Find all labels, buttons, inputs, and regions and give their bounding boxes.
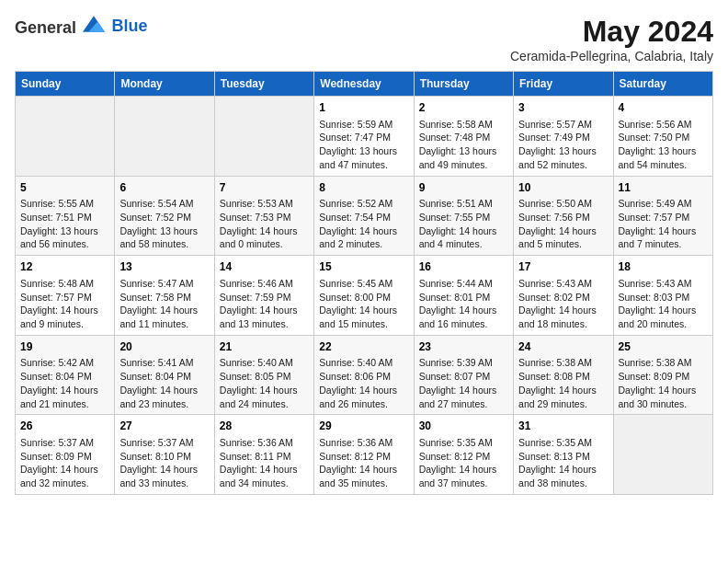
title-area: May 2024 Ceramida-Pellegrina, Calabria, …	[510, 15, 713, 63]
week-row-5: 26Sunrise: 5:37 AM Sunset: 8:09 PM Dayli…	[16, 415, 713, 495]
day-number: 31	[518, 419, 608, 434]
weekday-header-friday: Friday	[514, 72, 613, 97]
day-number: 14	[220, 259, 309, 275]
weekday-header-tuesday: Tuesday	[214, 72, 313, 97]
day-number: 4	[619, 100, 708, 116]
day-info: Sunrise: 5:56 AM Sunset: 7:50 PM Dayligh…	[619, 118, 708, 172]
day-info: Sunrise: 5:35 AM Sunset: 8:13 PM Dayligh…	[518, 436, 608, 490]
day-info: Sunrise: 5:41 AM Sunset: 8:04 PM Dayligh…	[119, 356, 209, 410]
calendar-cell: 2Sunrise: 5:58 AM Sunset: 7:48 PM Daylig…	[414, 97, 513, 177]
day-number: 29	[319, 419, 408, 434]
day-number: 19	[20, 339, 109, 355]
calendar-cell: 7Sunrise: 5:53 AM Sunset: 7:53 PM Daylig…	[214, 176, 313, 256]
day-info: Sunrise: 5:49 AM Sunset: 7:57 PM Dayligh…	[619, 197, 708, 251]
calendar-cell: 16Sunrise: 5:44 AM Sunset: 8:01 PM Dayli…	[414, 256, 513, 336]
weekday-header-thursday: Thursday	[414, 72, 513, 97]
logo-general-text: General	[15, 18, 76, 37]
calendar-cell: 21Sunrise: 5:40 AM Sunset: 8:05 PM Dayli…	[214, 335, 313, 415]
day-info: Sunrise: 5:58 AM Sunset: 7:48 PM Dayligh…	[419, 118, 508, 172]
day-info: Sunrise: 5:54 AM Sunset: 7:52 PM Dayligh…	[119, 197, 209, 251]
calendar-cell: 18Sunrise: 5:43 AM Sunset: 8:03 PM Dayli…	[613, 256, 712, 336]
calendar-cell: 9Sunrise: 5:51 AM Sunset: 7:55 PM Daylig…	[414, 176, 513, 256]
day-info: Sunrise: 5:42 AM Sunset: 8:04 PM Dayligh…	[20, 356, 109, 410]
calendar-cell: 15Sunrise: 5:45 AM Sunset: 8:00 PM Dayli…	[314, 256, 414, 336]
day-info: Sunrise: 5:47 AM Sunset: 7:58 PM Dayligh…	[119, 277, 209, 331]
day-info: Sunrise: 5:43 AM Sunset: 8:02 PM Dayligh…	[518, 277, 608, 331]
calendar-cell: 29Sunrise: 5:36 AM Sunset: 8:12 PM Dayli…	[314, 415, 414, 495]
calendar-cell: 13Sunrise: 5:47 AM Sunset: 7:58 PM Dayli…	[115, 256, 214, 336]
calendar-cell: 14Sunrise: 5:46 AM Sunset: 7:59 PM Dayli…	[214, 256, 313, 336]
calendar-cell: 19Sunrise: 5:42 AM Sunset: 8:04 PM Dayli…	[16, 335, 115, 415]
weekday-header-sunday: Sunday	[16, 72, 115, 97]
day-number: 28	[220, 419, 309, 434]
day-number: 3	[518, 100, 608, 116]
calendar-cell: 20Sunrise: 5:41 AM Sunset: 8:04 PM Dayli…	[115, 335, 214, 415]
calendar-cell: 25Sunrise: 5:38 AM Sunset: 8:09 PM Dayli…	[613, 335, 712, 415]
day-number: 21	[220, 339, 309, 355]
month-title: May 2024	[510, 15, 713, 49]
day-number: 16	[419, 259, 508, 275]
day-info: Sunrise: 5:44 AM Sunset: 8:01 PM Dayligh…	[419, 277, 508, 331]
calendar-cell: 3Sunrise: 5:57 AM Sunset: 7:49 PM Daylig…	[514, 97, 613, 177]
day-number: 20	[119, 339, 209, 355]
calendar-cell	[16, 97, 115, 177]
day-number: 24	[518, 339, 608, 355]
day-number: 8	[319, 180, 408, 196]
day-info: Sunrise: 5:43 AM Sunset: 8:03 PM Dayligh…	[619, 277, 708, 331]
logo-blue-text: Blue	[112, 17, 148, 36]
week-row-3: 12Sunrise: 5:48 AM Sunset: 7:57 PM Dayli…	[16, 256, 713, 336]
calendar-cell: 27Sunrise: 5:37 AM Sunset: 8:10 PM Dayli…	[115, 415, 214, 495]
calendar-cell: 8Sunrise: 5:52 AM Sunset: 7:54 PM Daylig…	[314, 176, 414, 256]
day-info: Sunrise: 5:36 AM Sunset: 8:11 PM Dayligh…	[220, 436, 309, 490]
day-number: 5	[20, 180, 109, 196]
day-info: Sunrise: 5:57 AM Sunset: 7:49 PM Dayligh…	[518, 118, 608, 172]
day-number: 25	[619, 339, 708, 355]
calendar-cell: 31Sunrise: 5:35 AM Sunset: 8:13 PM Dayli…	[514, 415, 613, 495]
day-info: Sunrise: 5:53 AM Sunset: 7:53 PM Dayligh…	[220, 197, 309, 251]
day-info: Sunrise: 5:37 AM Sunset: 8:10 PM Dayligh…	[119, 436, 209, 490]
calendar-table: SundayMondayTuesdayWednesdayThursdayFrid…	[15, 71, 713, 495]
week-row-2: 5Sunrise: 5:55 AM Sunset: 7:51 PM Daylig…	[16, 176, 713, 256]
day-number: 6	[119, 180, 209, 196]
day-info: Sunrise: 5:38 AM Sunset: 8:08 PM Dayligh…	[518, 356, 608, 410]
calendar-cell	[115, 97, 214, 177]
day-number: 7	[220, 180, 309, 196]
day-number: 23	[419, 339, 508, 355]
day-info: Sunrise: 5:39 AM Sunset: 8:07 PM Dayligh…	[419, 356, 508, 410]
calendar-cell	[613, 415, 712, 495]
weekday-header-saturday: Saturday	[613, 72, 712, 97]
calendar-cell: 17Sunrise: 5:43 AM Sunset: 8:02 PM Dayli…	[514, 256, 613, 336]
calendar-cell: 1Sunrise: 5:59 AM Sunset: 7:47 PM Daylig…	[314, 97, 414, 177]
day-number: 9	[419, 180, 508, 196]
day-info: Sunrise: 5:59 AM Sunset: 7:47 PM Dayligh…	[319, 118, 408, 172]
day-number: 30	[419, 419, 508, 434]
calendar-cell: 12Sunrise: 5:48 AM Sunset: 7:57 PM Dayli…	[16, 256, 115, 336]
day-info: Sunrise: 5:38 AM Sunset: 8:09 PM Dayligh…	[619, 356, 708, 410]
day-number: 18	[619, 259, 708, 275]
calendar-cell: 6Sunrise: 5:54 AM Sunset: 7:52 PM Daylig…	[115, 176, 214, 256]
day-number: 11	[619, 180, 708, 196]
day-number: 15	[319, 259, 408, 275]
day-info: Sunrise: 5:40 AM Sunset: 8:05 PM Dayligh…	[220, 356, 309, 410]
calendar-cell: 22Sunrise: 5:40 AM Sunset: 8:06 PM Dayli…	[314, 335, 414, 415]
calendar-cell: 11Sunrise: 5:49 AM Sunset: 7:57 PM Dayli…	[613, 176, 712, 256]
calendar-cell: 4Sunrise: 5:56 AM Sunset: 7:50 PM Daylig…	[613, 97, 712, 177]
day-number: 17	[518, 259, 608, 275]
calendar-cell	[214, 97, 313, 177]
day-info: Sunrise: 5:48 AM Sunset: 7:57 PM Dayligh…	[20, 277, 109, 331]
day-info: Sunrise: 5:55 AM Sunset: 7:51 PM Dayligh…	[20, 197, 109, 251]
day-number: 26	[20, 419, 109, 434]
calendar-cell: 28Sunrise: 5:36 AM Sunset: 8:11 PM Dayli…	[214, 415, 313, 495]
day-number: 12	[20, 259, 109, 275]
calendar-cell: 30Sunrise: 5:35 AM Sunset: 8:12 PM Dayli…	[414, 415, 513, 495]
calendar-cell: 10Sunrise: 5:50 AM Sunset: 7:56 PM Dayli…	[514, 176, 613, 256]
day-info: Sunrise: 5:51 AM Sunset: 7:55 PM Dayligh…	[419, 197, 508, 251]
calendar-cell: 26Sunrise: 5:37 AM Sunset: 8:09 PM Dayli…	[16, 415, 115, 495]
day-info: Sunrise: 5:37 AM Sunset: 8:09 PM Dayligh…	[20, 436, 109, 490]
day-info: Sunrise: 5:46 AM Sunset: 7:59 PM Dayligh…	[220, 277, 309, 331]
weekday-header-wednesday: Wednesday	[314, 72, 414, 97]
header: General Blue May 2024 Ceramida-Pellegrin…	[15, 15, 713, 63]
day-number: 2	[419, 100, 508, 116]
day-number: 10	[518, 180, 608, 196]
day-info: Sunrise: 5:35 AM Sunset: 8:12 PM Dayligh…	[419, 436, 508, 490]
